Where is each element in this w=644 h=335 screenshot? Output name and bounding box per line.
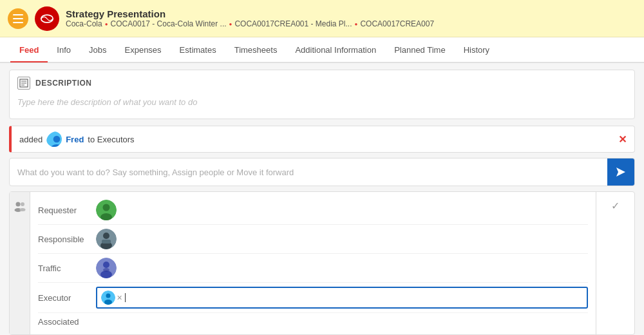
feed-input[interactable]	[10, 161, 607, 184]
tab-info[interactable]: Info	[48, 39, 80, 62]
traffic-avatar[interactable]	[96, 258, 117, 278]
executor-tag: ✕	[101, 291, 122, 305]
people-row-associated: Associated	[38, 313, 588, 330]
description-header: DESCRIPTION	[17, 77, 627, 90]
breadcrumb-dot: ●	[229, 21, 232, 27]
people-panel: Requester Responsible	[9, 191, 635, 335]
people-row-requester: Requester	[38, 196, 588, 225]
responsible-label: Responsible	[38, 235, 90, 244]
hamburger-line	[13, 18, 23, 19]
requester-label: Requester	[38, 206, 90, 215]
breadcrumb-item-4[interactable]: COCA0017CREA007	[360, 19, 434, 28]
close-activity-button[interactable]: ✕	[618, 133, 627, 146]
people-panel-icon-col	[10, 192, 30, 334]
breadcrumb-item-2[interactable]: COCA0017 - Coca-Cola Winter ...	[111, 19, 227, 28]
tab-history[interactable]: History	[455, 39, 498, 62]
fred-avatar	[46, 131, 62, 147]
associated-label: Associated	[38, 317, 90, 327]
activity-text: added Fred to Executors	[19, 131, 135, 147]
tab-feed[interactable]: Feed	[10, 39, 48, 62]
traffic-label: Traffic	[38, 263, 90, 273]
breadcrumb-dot: ●	[355, 21, 358, 27]
svg-point-26	[106, 294, 111, 298]
breadcrumb-dot: ●	[105, 21, 108, 27]
tab-jobs[interactable]: Jobs	[80, 39, 115, 62]
description-label: DESCRIPTION	[35, 79, 92, 88]
people-icon	[14, 200, 26, 216]
svg-point-27	[104, 300, 112, 305]
svg-point-15	[103, 204, 110, 211]
breadcrumb-item-1[interactable]: Coca-Cola	[66, 19, 102, 28]
executor-label: Executor	[38, 293, 90, 303]
breadcrumb-item-3[interactable]: COCA0017CREA001 - Media Pl...	[234, 19, 352, 28]
tab-timesheets[interactable]: Timesheets	[225, 39, 287, 62]
page-title: Strategy Presentation	[66, 8, 434, 19]
responsible-avatar[interactable]	[96, 229, 117, 249]
coca-cola-logo	[35, 6, 59, 31]
executor-input-field[interactable]: ✕	[96, 287, 588, 309]
description-placeholder-text[interactable]: Type here the description of what you wa…	[17, 95, 627, 112]
description-icon	[17, 77, 30, 90]
requester-avatar[interactable]	[96, 200, 117, 220]
svg-marker-9	[616, 168, 625, 177]
main-content: DESCRIPTION Type here the description of…	[0, 63, 644, 335]
activity-prefix: added	[19, 135, 43, 144]
nav-tabs-bar: Feed Info Jobs Expenses Estimates Timesh…	[0, 37, 644, 63]
send-button[interactable]	[607, 158, 634, 186]
tab-expenses[interactable]: Expenses	[116, 39, 171, 62]
tab-estimates[interactable]: Estimates	[171, 39, 225, 62]
activity-name: Fred	[66, 135, 84, 144]
check-column: ✓	[596, 192, 634, 334]
svg-point-12	[21, 202, 24, 206]
svg-point-7	[53, 136, 61, 143]
executor-tag-remove[interactable]: ✕	[117, 294, 122, 302]
hamburger-line	[13, 14, 23, 15]
svg-point-18	[103, 233, 109, 239]
breadcrumb: Coca-Cola ● COCA0017 - Coca-Cola Winter …	[66, 19, 434, 28]
hamburger-button[interactable]	[8, 8, 28, 29]
svg-point-13	[19, 208, 25, 211]
people-row-traffic: Traffic	[38, 254, 588, 283]
activity-suffix: to Executors	[88, 135, 134, 144]
tab-additional-information[interactable]: Additional Information	[286, 39, 385, 62]
activity-row: added Fred to Executors ✕	[9, 126, 635, 153]
hamburger-line	[13, 22, 23, 23]
people-fields-col: Requester Responsible	[30, 192, 596, 334]
check-icon[interactable]: ✓	[611, 200, 620, 212]
svg-point-24	[103, 268, 109, 272]
feed-input-row	[9, 158, 635, 186]
tab-planned-time[interactable]: Planned Time	[385, 39, 455, 62]
text-cursor	[125, 293, 126, 302]
description-box: DESCRIPTION Type here the description of…	[9, 70, 635, 119]
svg-point-22	[103, 262, 109, 268]
svg-rect-20	[102, 240, 111, 244]
people-row-executor: Executor ✕	[38, 283, 588, 313]
people-row-responsible: Responsible	[38, 225, 588, 254]
svg-point-10	[15, 202, 20, 207]
app-header: Strategy Presentation Coca-Cola ● COCA00…	[0, 0, 644, 37]
executor-tag-avatar	[101, 291, 115, 305]
header-text-block: Strategy Presentation Coca-Cola ● COCA00…	[66, 8, 434, 28]
